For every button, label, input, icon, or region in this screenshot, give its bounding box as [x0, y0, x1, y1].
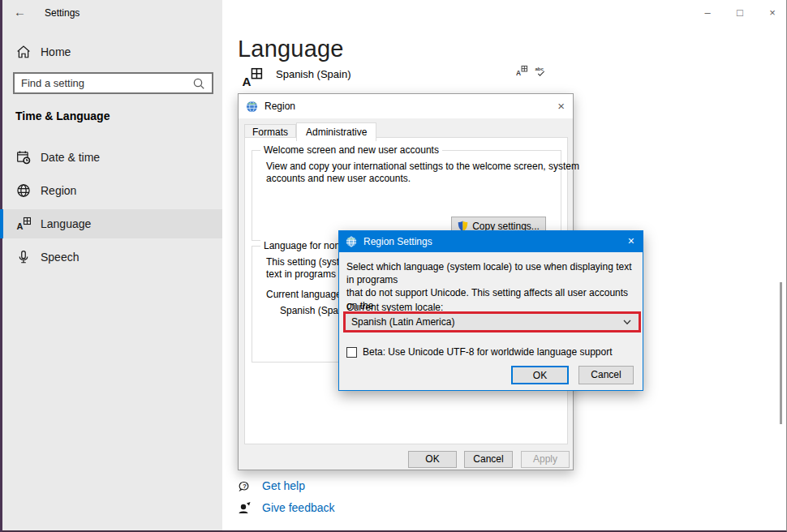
scrollbar[interactable] [780, 282, 782, 424]
system-locale-value: Spanish (Latin America) [351, 316, 622, 328]
sidebar-item-label: Language [41, 217, 91, 230]
svg-text:?: ? [243, 483, 247, 490]
globe-icon [16, 183, 31, 198]
current-language-label: Spanish (Spain) [276, 68, 351, 80]
settings-window: ← Settings Home Time & Language Date & t… [0, 0, 787, 532]
window-title: Settings [45, 7, 80, 19]
maximize-button[interactable]: □ [734, 6, 746, 19]
search-box [13, 72, 213, 94]
spellcheck-icon[interactable]: abc [535, 65, 547, 77]
svg-text:A: A [17, 221, 24, 231]
utf8-checkbox-label: Beta: Use Unicode UTF-8 for worldwide la… [363, 346, 613, 358]
region-ok-button[interactable]: OK [408, 451, 457, 468]
back-button[interactable]: ← [14, 5, 32, 21]
give-feedback-label: Give feedback [262, 501, 335, 514]
description-line1: Select which language (system locale) to… [346, 260, 640, 286]
sidebar-item-speech[interactable]: Speech [2, 242, 222, 272]
utf8-checkbox[interactable] [346, 347, 357, 358]
welcome-screen-group-title: Welcome screen and new user accounts [260, 144, 442, 156]
region-apply-button: Apply [521, 451, 570, 468]
close-button[interactable]: × [767, 6, 778, 19]
window-controls: – □ × [702, 0, 778, 24]
feedback-person-icon [238, 500, 252, 515]
language-option-icons: A abc [516, 65, 547, 77]
svg-text:A: A [516, 69, 521, 77]
region-settings-title: Region Settings [363, 236, 432, 247]
sidebar-item-region[interactable]: Region [2, 176, 222, 205]
selected-accent-bar [0, 209, 3, 238]
give-feedback-link[interactable]: Give feedback [238, 500, 335, 515]
language-icon: A [16, 217, 31, 231]
welcome-screen-group: Welcome screen and new user accounts Vie… [252, 150, 561, 241]
region-settings-titlebar[interactable]: Region Settings × [339, 231, 643, 252]
tab-administrative[interactable]: Administrative [296, 122, 376, 141]
chevron-down-icon [622, 317, 632, 327]
welcome-screen-description-line2: accounts and new user accounts. [266, 173, 411, 185]
region-dialog-title: Region [264, 101, 295, 112]
region-settings-close-icon[interactable]: × [628, 234, 634, 247]
region-dialog-close-icon[interactable]: × [557, 99, 565, 113]
sidebar-item-home[interactable]: Home [2, 37, 222, 66]
sidebar-item-label: Date & time [41, 151, 100, 164]
welcome-screen-description-line1: View and copy your international setting… [266, 161, 579, 173]
calendar-clock-icon [16, 150, 31, 165]
region-settings-ok-button[interactable]: OK [511, 366, 569, 384]
sidebar-section-heading: Time & Language [15, 109, 110, 122]
home-icon [16, 45, 31, 59]
microphone-icon [16, 250, 31, 264]
search-icon[interactable] [191, 75, 207, 92]
sidebar-item-date-time[interactable]: Date & time [2, 143, 222, 172]
region-cancel-button[interactable]: Cancel [464, 451, 513, 468]
region-settings-cancel-button[interactable]: Cancel [578, 366, 634, 384]
get-help-link[interactable]: ? Get help [238, 478, 305, 493]
svg-text:A: A [243, 75, 252, 88]
region-settings-dialog: Region Settings × Select which language … [338, 230, 643, 391]
svg-text:abc: abc [535, 66, 544, 71]
page-title: Language [238, 36, 344, 62]
help-bubble-icon: ? [238, 478, 252, 493]
search-input[interactable] [15, 77, 191, 89]
region-dialog-titlebar[interactable]: Region × [239, 94, 573, 118]
minimize-button[interactable]: – [702, 6, 713, 19]
sidebar-item-label: Speech [41, 251, 79, 264]
region-settings-globe-icon [346, 236, 357, 247]
utf8-checkbox-row: Beta: Use Unicode UTF-8 for worldwide la… [346, 346, 613, 358]
translate-icon[interactable]: A [516, 65, 528, 77]
language-glyph-icon: A [242, 66, 263, 88]
get-help-label: Get help [262, 479, 305, 492]
sidebar: ← Settings Home Time & Language Date & t… [2, 0, 222, 530]
region-globe-icon [246, 101, 258, 113]
sidebar-item-label: Home [41, 45, 71, 58]
sidebar-item-label: Region [41, 184, 76, 197]
sidebar-item-language[interactable]: A Language [2, 209, 222, 238]
system-locale-dropdown[interactable]: Spanish (Latin America) [343, 311, 641, 332]
